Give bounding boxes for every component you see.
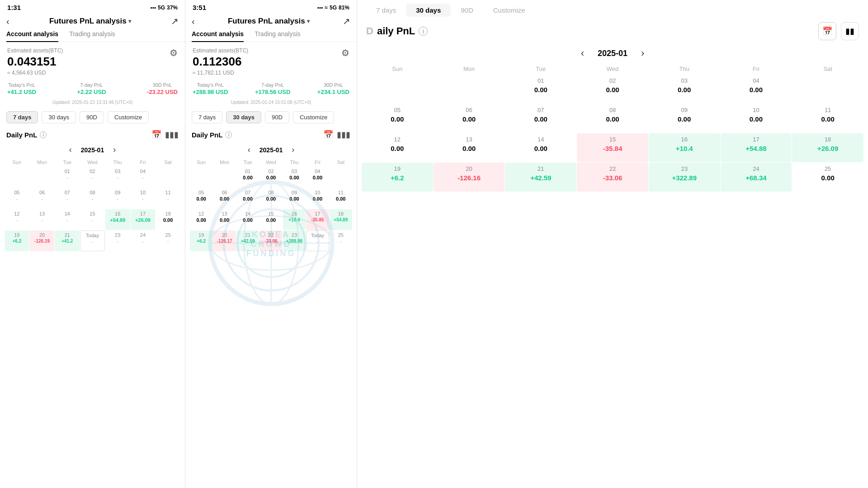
cal-h-tue-2: Tue bbox=[236, 158, 259, 166]
chevron-icon-2: ▾ bbox=[307, 18, 310, 24]
period-90d-2[interactable]: 90D bbox=[265, 111, 289, 123]
cal-h-fri-1: Fri bbox=[131, 158, 156, 166]
list-item bbox=[792, 75, 863, 103]
p3-info-icon[interactable]: i bbox=[419, 27, 428, 36]
signal-icon-2: ▪▪▪ bbox=[317, 5, 323, 11]
p3-calendar-btn[interactable]: 📅 bbox=[818, 22, 836, 40]
assets-usd-2: ≈ 11,782.11 USD bbox=[193, 70, 234, 76]
status-icons-1: ▪▪▪ 5G 37% bbox=[150, 5, 178, 11]
cal-nav-1: ‹ 2025-01 › bbox=[5, 143, 180, 158]
p3-chart-btn[interactable]: ▮▮ bbox=[841, 22, 859, 40]
cal-prev-1[interactable]: ‹ bbox=[69, 145, 72, 155]
cal-grid-2: Sun Mon Tue Wed Thu Fri Sat 010.00 020.0… bbox=[190, 158, 352, 251]
chart-icon-2[interactable]: ▮▮▮ bbox=[337, 130, 350, 140]
assets-label-1: Estimated assets(BTC) bbox=[7, 47, 63, 54]
cal-h-thu-2: Thu bbox=[283, 158, 306, 166]
status-bar-2: 3:51 ▪▪▪ ≈ 5G 81% bbox=[185, 0, 357, 13]
cal-h-sun-2: Sun bbox=[190, 158, 212, 166]
pnl-30d-val-1: -23.22 USD bbox=[147, 89, 178, 95]
tab-trading-1[interactable]: Trading analysis bbox=[69, 30, 115, 42]
list-item bbox=[434, 75, 505, 103]
table-row: 19+6.2 bbox=[190, 230, 212, 251]
cal-h-sun-1: Sun bbox=[5, 158, 29, 166]
p3-period-row: 7 days 30 days 90D Customize bbox=[357, 0, 868, 20]
table-row: 22-33.06 bbox=[259, 230, 282, 251]
tabs-1: Account analysis Trading analysis bbox=[0, 30, 185, 42]
pnl-today-val-2: +288.98 USD bbox=[193, 89, 228, 95]
table-row: 030.00 bbox=[283, 167, 306, 188]
p3-cal-h-sat: Sat bbox=[792, 64, 863, 74]
p3-period-30days[interactable]: 30 days bbox=[406, 4, 451, 17]
table-row: 01- bbox=[55, 167, 80, 188]
calendar-2: ‹ 2025-01 › Sun Mon Tue Wed Thu Fri Sat … bbox=[185, 143, 357, 251]
period-7days-1[interactable]: 7 days bbox=[6, 111, 38, 123]
list-item: 24+68.34 bbox=[721, 163, 792, 192]
period-row-2: 7 days 30 days 90D Customize bbox=[185, 108, 357, 128]
asset-icon-2[interactable]: ⚙ bbox=[341, 47, 349, 58]
table-row: 06- bbox=[30, 188, 55, 209]
list-item: 020.00 bbox=[577, 75, 648, 103]
p3-cal-next[interactable]: › bbox=[641, 47, 644, 59]
status-time-2: 3:51 bbox=[193, 4, 206, 11]
cal-next-2[interactable]: › bbox=[292, 145, 294, 155]
p3-period-90d[interactable]: 90D bbox=[451, 4, 483, 17]
p3-period-7days[interactable]: 7 days bbox=[366, 4, 406, 17]
period-7days-2[interactable]: 7 days bbox=[192, 111, 222, 123]
cal-nav-2: ‹ 2025-01 › bbox=[190, 143, 352, 158]
pnl-30d-label-2: 30D PnL bbox=[324, 82, 343, 88]
pnl-30d-val-2: +234.1 USD bbox=[317, 89, 349, 95]
calendar-icon-2[interactable]: 📅 bbox=[323, 130, 333, 140]
table-row: 080.00 bbox=[259, 188, 282, 209]
updated-time-2: Updated: 2025-01-24 15:51:08 (UTC+0) bbox=[185, 99, 357, 108]
list-item: 21+42.59 bbox=[505, 163, 576, 192]
share-icon-2[interactable]: ↗ bbox=[343, 16, 350, 27]
tab-account-2[interactable]: Account analysis bbox=[192, 30, 244, 42]
table-row: 140.00 bbox=[236, 209, 259, 230]
list-item: 110.00 bbox=[792, 104, 863, 133]
info-icon-2[interactable]: i bbox=[225, 131, 232, 138]
period-customize-2[interactable]: Customize bbox=[293, 111, 334, 123]
network-2: 5G bbox=[330, 5, 337, 11]
period-30days-2[interactable]: 30 days bbox=[226, 111, 261, 123]
list-item: 040.00 bbox=[721, 75, 792, 103]
status-icons-2: ▪▪▪ ≈ 5G 81% bbox=[317, 5, 349, 11]
table-row: 040.00 bbox=[306, 167, 329, 188]
period-customize-1[interactable]: Customize bbox=[108, 111, 149, 123]
share-icon-1[interactable]: ↗ bbox=[171, 16, 179, 27]
back-icon-2[interactable]: ‹ bbox=[192, 16, 195, 27]
pnl-row-1: Today's PnL +41.2 USD 7-day PnL +2.22 US… bbox=[0, 79, 185, 99]
table-row: 24- bbox=[131, 230, 156, 251]
period-30days-1[interactable]: 30 days bbox=[42, 111, 76, 123]
pnl-today-label-1: Today's PnL bbox=[8, 82, 35, 88]
info-icon-1[interactable]: i bbox=[40, 131, 47, 138]
table-row: 14- bbox=[55, 209, 80, 230]
p3-cal-prev[interactable]: ‹ bbox=[581, 47, 584, 59]
period-90d-1[interactable]: 90D bbox=[80, 111, 104, 123]
status-bar-1: 1:31 ▪▪▪ 5G 37% bbox=[0, 0, 185, 13]
table-row: Today- bbox=[306, 230, 329, 251]
p3-period-customize[interactable]: Customize bbox=[483, 4, 535, 17]
asset-icon-1[interactable]: ⚙ bbox=[170, 47, 178, 58]
p3-daily-d: D bbox=[366, 25, 373, 37]
table-row: 25- bbox=[156, 230, 180, 251]
assets-label-2: Estimated assets(BTC) bbox=[193, 47, 248, 54]
calendar-icon-1[interactable]: 📅 bbox=[151, 130, 161, 140]
table-row bbox=[30, 167, 55, 188]
daily-pnl-header-1: Daily PnL i 📅 ▮▮▮ bbox=[0, 128, 185, 143]
pnl-today-label-2: Today's PnL bbox=[197, 82, 224, 88]
pnl-7day-label-1: 7-day PnL bbox=[80, 82, 103, 88]
table-row: 09- bbox=[105, 188, 130, 209]
cal-next-1[interactable]: › bbox=[113, 145, 116, 155]
tab-trading-2[interactable]: Trading analysis bbox=[255, 30, 300, 42]
p3-cal-h-tue: Tue bbox=[505, 64, 576, 74]
cal-h-mon-1: Mon bbox=[30, 158, 55, 166]
cal-prev-2[interactable]: ‹ bbox=[248, 145, 250, 155]
chart-icon-1[interactable]: ▮▮▮ bbox=[165, 130, 179, 140]
table-row: 16+10.4 bbox=[283, 209, 306, 230]
list-item: 010.00 bbox=[505, 75, 576, 103]
table-row bbox=[190, 167, 212, 188]
list-item: 16+10.4 bbox=[649, 133, 720, 162]
list-item: 130.00 bbox=[434, 133, 505, 162]
tab-account-1[interactable]: Account analysis bbox=[6, 30, 58, 42]
back-icon-1[interactable]: ‹ bbox=[6, 16, 9, 27]
